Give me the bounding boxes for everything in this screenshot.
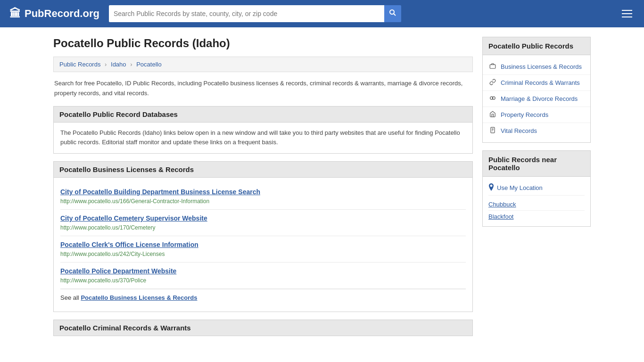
- use-location-button[interactable]: Use My Location: [488, 181, 585, 196]
- record-url-3: http://www.pocatello.us/370/Police: [60, 277, 146, 284]
- sidebar-vital-label: Vital Records: [501, 127, 537, 134]
- search-bar: [109, 5, 401, 22]
- logo-icon: 🏛: [9, 7, 21, 20]
- sidebar-item-business[interactable]: Business Licenses & Records: [483, 59, 590, 75]
- rings-icon: [488, 95, 497, 103]
- search-icon: [389, 9, 396, 18]
- sidebar-records-card: Pocatello Public Records Business Licens…: [482, 37, 591, 143]
- logo-text: PubRecord.org: [25, 8, 99, 20]
- sidebar-marriage-label: Marriage & Divorce Records: [501, 95, 578, 102]
- record-url-1: http://www.pocatello.us/170/Cemetery: [60, 224, 155, 231]
- sidebar: Pocatello Public Records Business Licens…: [482, 37, 591, 336]
- menu-line-3: [622, 16, 632, 17]
- record-entry-3: Pocatello Police Department Website http…: [60, 263, 466, 289]
- sidebar-item-criminal[interactable]: Criminal Records & Warrants: [483, 75, 590, 91]
- see-all-link[interactable]: Pocatello Business Licenses & Records: [81, 294, 197, 301]
- page-description: Search for free Pocatello, ID Public Rec…: [53, 79, 473, 99]
- use-location-label: Use My Location: [497, 184, 543, 191]
- databases-section-header: Pocatello Public Record Databases: [53, 106, 473, 123]
- nearby-city-chubbuck[interactable]: Chubbuck: [488, 198, 585, 211]
- record-entry-1: City of Pocatello Cemetery Supervisor We…: [60, 210, 466, 236]
- record-entry-2: Pocatello Clerk's Office License Informa…: [60, 236, 466, 263]
- record-link-2[interactable]: Pocatello Clerk's Office License Informa…: [60, 241, 466, 248]
- sidebar-property-label: Property Records: [501, 111, 548, 118]
- sidebar-nearby-body: Use My Location Chubbuck Blackfoot: [483, 177, 590, 226]
- site-header: 🏛 PubRecord.org: [0, 0, 644, 27]
- search-button[interactable]: [384, 5, 401, 22]
- content-area: Pocatello Public Records (Idaho) Public …: [53, 37, 473, 336]
- databases-section: Pocatello Public Record Databases The Po…: [53, 106, 473, 154]
- svg-point-0: [390, 10, 394, 14]
- main-container: Pocatello Public Records (Idaho) Public …: [44, 27, 600, 346]
- page-title: Pocatello Public Records (Idaho): [53, 37, 473, 50]
- link-icon: [488, 79, 497, 87]
- menu-button[interactable]: [619, 8, 635, 20]
- sidebar-item-property[interactable]: Property Records: [483, 107, 590, 123]
- record-entry-0: City of Pocatello Building Department Bu…: [60, 183, 466, 210]
- menu-line-1: [622, 10, 632, 11]
- sidebar-records-title: Pocatello Public Records: [483, 37, 590, 55]
- location-pin-icon: [488, 183, 494, 192]
- see-all-prefix: See all: [60, 294, 81, 301]
- breadcrumb-sep-1: ›: [105, 61, 107, 68]
- business-section-body: City of Pocatello Building Department Bu…: [53, 178, 473, 312]
- briefcase-icon: [488, 63, 497, 71]
- criminal-section-header: Pocatello Criminal Records & Warrants: [53, 320, 473, 336]
- breadcrumb-public-records[interactable]: Public Records: [59, 61, 100, 68]
- search-input[interactable]: [109, 5, 384, 22]
- breadcrumb-sep-2: ›: [130, 61, 132, 68]
- sidebar-business-label: Business Licenses & Records: [501, 63, 582, 70]
- sidebar-item-vital[interactable]: Vital Records: [483, 123, 590, 139]
- see-all-business: See all Pocatello Business Licenses & Re…: [60, 289, 466, 306]
- clipboard-icon: [488, 127, 497, 135]
- record-link-1[interactable]: City of Pocatello Cemetery Supervisor We…: [60, 214, 466, 222]
- business-section: Pocatello Business Licenses & Records Ci…: [53, 161, 473, 312]
- svg-line-1: [394, 14, 396, 16]
- record-link-3[interactable]: Pocatello Police Department Website: [60, 267, 466, 275]
- nearby-city-blackfoot[interactable]: Blackfoot: [488, 211, 585, 222]
- sidebar-item-marriage[interactable]: Marriage & Divorce Records: [483, 91, 590, 107]
- criminal-section: Pocatello Criminal Records & Warrants: [53, 320, 473, 336]
- business-section-header: Pocatello Business Licenses & Records: [53, 161, 473, 178]
- sidebar-nearby-title: Public Records near Pocatello: [483, 151, 590, 177]
- sidebar-nearby-card: Public Records near Pocatello Use My Loc…: [482, 150, 591, 227]
- record-url-0: http://www.pocatello.us/166/General-Cont…: [60, 198, 209, 205]
- record-link-0[interactable]: City of Pocatello Building Department Bu…: [60, 188, 466, 196]
- breadcrumb: Public Records › Idaho › Pocatello: [53, 57, 473, 72]
- svg-rect-2: [490, 65, 495, 68]
- home-icon: [488, 111, 497, 119]
- site-logo[interactable]: 🏛 PubRecord.org: [9, 7, 99, 20]
- breadcrumb-idaho[interactable]: Idaho: [111, 61, 126, 68]
- menu-line-2: [622, 13, 632, 14]
- databases-section-text: The Pocatello Public Records (Idaho) lin…: [60, 128, 466, 148]
- sidebar-records-body: Business Licenses & Records Criminal Rec…: [483, 55, 590, 142]
- sidebar-criminal-label: Criminal Records & Warrants: [501, 79, 580, 86]
- record-url-2: http://www.pocatello.us/242/City-License…: [60, 251, 165, 257]
- databases-section-body: The Pocatello Public Records (Idaho) lin…: [53, 123, 473, 154]
- breadcrumb-pocatello[interactable]: Pocatello: [136, 61, 161, 68]
